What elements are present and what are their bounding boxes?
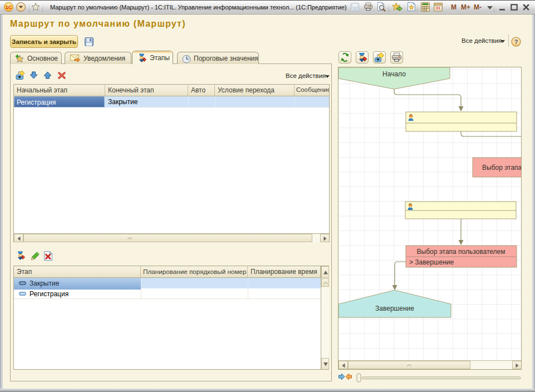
svg-text:Начало: Начало — [382, 70, 406, 78]
svg-text:Выбор этапа п: Выбор этапа п — [482, 164, 522, 171]
svg-text:> Завершение: > Завершение — [409, 258, 454, 266]
svg-text:Выбор этапа пользователем: Выбор этапа пользователем — [417, 248, 505, 256]
svg-text:Завершение: Завершение — [375, 305, 414, 312]
